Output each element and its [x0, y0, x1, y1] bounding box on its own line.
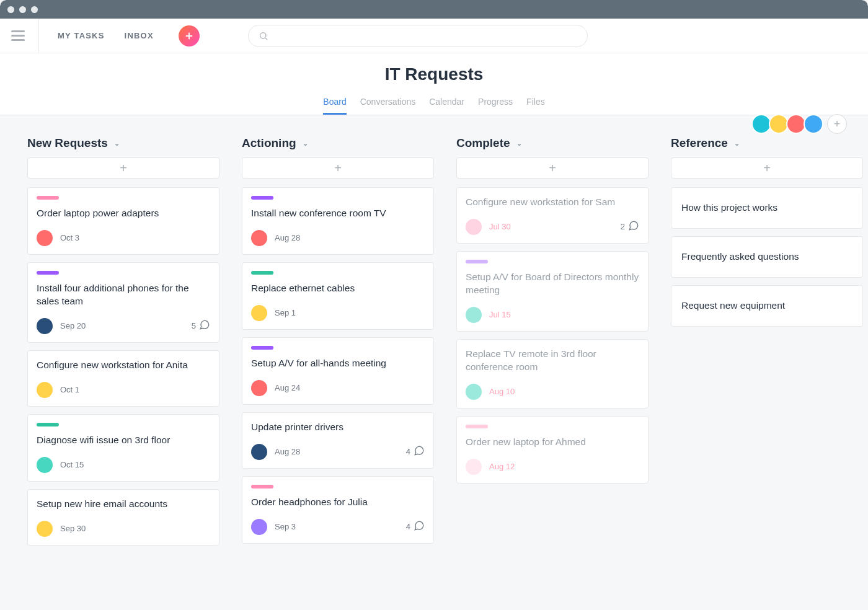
search-icon — [259, 31, 268, 41]
card-meta: Sep 30 — [37, 521, 210, 537]
card-meta: Aug 10 — [466, 384, 639, 400]
card-date: Jul 30 — [489, 222, 511, 231]
card-date: Sep 1 — [275, 308, 296, 317]
card-meta: Oct 15 — [37, 457, 210, 473]
task-card[interactable]: Setup new hire email accountsSep 30 — [27, 489, 219, 546]
task-card[interactable]: Configure new workstation for AnitaOct 1 — [27, 350, 219, 407]
comment-icon — [414, 520, 425, 533]
card-meta: Sep 1 — [251, 305, 425, 321]
window-dot[interactable] — [31, 6, 38, 13]
card-comments: 2 — [621, 220, 639, 233]
card-title: Request new equipment — [681, 299, 852, 312]
add-card-button[interactable]: + — [671, 157, 863, 179]
member-avatar[interactable] — [804, 114, 823, 134]
add-card-button[interactable]: + — [27, 157, 219, 179]
chevron-down-icon: ⌄ — [734, 139, 740, 148]
assignee-avatar — [466, 384, 482, 400]
task-card[interactable]: Replace ethernet cablesSep 1 — [242, 262, 434, 330]
task-card[interactable]: Order headphones for JuliaSep 34 — [242, 476, 434, 544]
assignee-avatar — [37, 457, 53, 473]
comment-count: 4 — [406, 522, 410, 531]
assignee-avatar — [251, 519, 267, 535]
task-card[interactable]: Order laptop power adaptersOct 3 — [27, 187, 219, 255]
card-title: Setup new hire email accounts — [37, 498, 210, 511]
task-card[interactable]: Update printer driversAug 284 — [242, 412, 434, 469]
assignee-avatar — [251, 444, 267, 460]
comment-count: 2 — [621, 222, 625, 231]
column-header[interactable]: Complete⌄ — [456, 136, 649, 150]
column-title: Actioning — [242, 136, 296, 150]
card-meta: Aug 24 — [251, 380, 425, 396]
card-title: Setup A/V for Board of Directors monthly… — [466, 271, 639, 297]
task-card[interactable]: Order new laptop for AhmedAug 12 — [456, 416, 649, 484]
board: New Requests⌄+Order laptop power adapter… — [0, 115, 868, 553]
column-title: Complete — [456, 136, 510, 150]
window-dot[interactable] — [19, 6, 26, 13]
card-title: Setup A/V for all-hands meeting — [251, 357, 425, 370]
card-date: Oct 1 — [60, 385, 79, 394]
assignee-avatar — [251, 380, 267, 396]
task-card[interactable]: Diagnose wifi issue on 3rd floorOct 15 — [27, 414, 219, 482]
card-tag — [37, 196, 59, 200]
assignee-avatar — [251, 230, 267, 246]
assignee-avatar — [37, 521, 53, 537]
card-title: Install four additional phones for the s… — [37, 282, 210, 308]
tab-progress[interactable]: Progress — [478, 97, 513, 115]
window-chrome — [0, 0, 868, 19]
project-title: IT Requests — [0, 64, 868, 84]
svg-point-0 — [260, 32, 265, 38]
card-meta: Aug 12 — [466, 459, 639, 475]
card-comments: 4 — [406, 445, 425, 458]
column-header[interactable]: Actioning⌄ — [242, 136, 434, 150]
task-card[interactable]: Replace TV remote in 3rd floor conferenc… — [456, 339, 649, 409]
nav-inbox[interactable]: INBOX — [125, 31, 154, 40]
menu-icon[interactable] — [11, 19, 39, 53]
column: Reference⌄+How this project worksFrequen… — [671, 136, 863, 553]
card-tag — [466, 260, 488, 263]
project-header: IT Requests + BoardConversationsCalendar… — [0, 53, 868, 115]
task-card[interactable]: Install new conference room TVAug 28 — [242, 187, 434, 255]
chevron-down-icon: ⌄ — [303, 139, 308, 148]
project-tabs: BoardConversationsCalendarProgressFiles — [0, 97, 868, 115]
assignee-avatar — [37, 382, 53, 398]
card-title: Diagnose wifi issue on 3rd floor — [37, 434, 210, 447]
add-card-button[interactable]: + — [456, 157, 649, 179]
add-member-button[interactable]: + — [827, 114, 847, 134]
comment-count: 4 — [406, 447, 410, 456]
search-input[interactable] — [248, 25, 588, 47]
comment-count: 5 — [192, 321, 196, 330]
tab-files[interactable]: Files — [526, 97, 545, 115]
new-button[interactable] — [179, 25, 200, 46]
comment-icon — [199, 319, 210, 332]
task-card[interactable]: Configure new workstation for SamJul 302 — [456, 187, 649, 244]
nav-my-tasks[interactable]: MY TASKS — [58, 31, 105, 40]
add-card-button[interactable]: + — [242, 157, 434, 179]
card-tag — [251, 271, 273, 275]
comment-icon — [628, 220, 639, 233]
task-card[interactable]: Install four additional phones for the s… — [27, 262, 219, 343]
card-date: Jul 15 — [489, 310, 511, 319]
task-card[interactable]: Frequently asked questions — [671, 236, 863, 278]
card-title: Order new laptop for Ahmed — [466, 436, 639, 449]
card-meta: Sep 34 — [251, 519, 425, 535]
column-header[interactable]: New Requests⌄ — [27, 136, 219, 150]
top-nav: MY TASKS INBOX — [58, 25, 200, 46]
topbar: MY TASKS INBOX — [0, 19, 868, 53]
column-header[interactable]: Reference⌄ — [671, 136, 863, 150]
window-dot[interactable] — [7, 6, 14, 13]
task-card[interactable]: Setup A/V for Board of Directors monthly… — [456, 251, 649, 332]
card-date: Aug 12 — [489, 462, 515, 471]
card-title: Replace ethernet cables — [251, 282, 425, 295]
assignee-avatar — [251, 305, 267, 321]
tab-calendar[interactable]: Calendar — [429, 97, 464, 115]
column: New Requests⌄+Order laptop power adapter… — [27, 136, 219, 553]
card-date: Oct 3 — [60, 233, 79, 242]
tab-conversations[interactable]: Conversations — [360, 97, 416, 115]
tab-board[interactable]: Board — [323, 97, 346, 115]
task-card[interactable]: Setup A/V for all-hands meetingAug 24 — [242, 337, 434, 405]
assignee-avatar — [37, 318, 53, 334]
task-card[interactable]: Request new equipment — [671, 285, 863, 327]
card-tag — [251, 346, 273, 350]
assignee-avatar — [466, 459, 482, 475]
task-card[interactable]: How this project works — [671, 187, 863, 229]
